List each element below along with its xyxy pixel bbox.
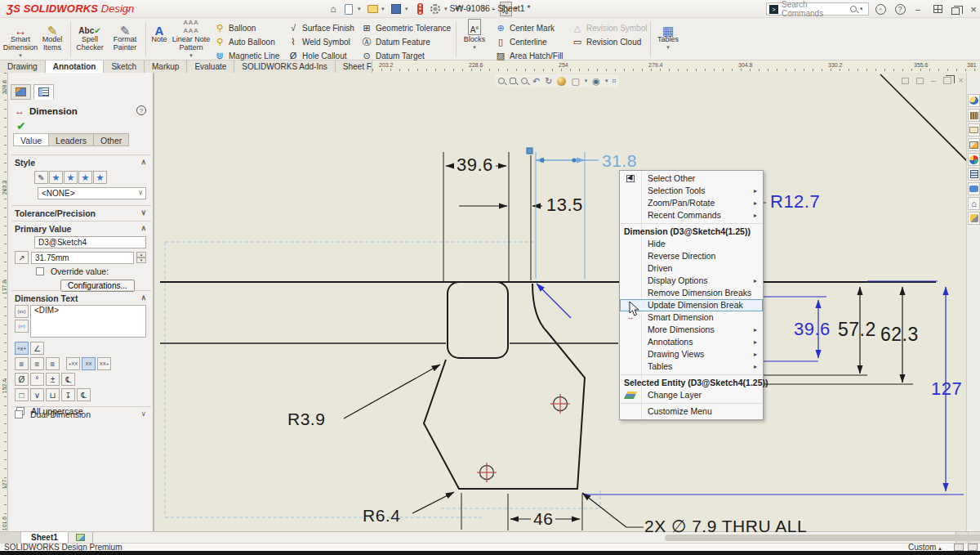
note-button[interactable]: A Note: [147, 19, 172, 60]
help-button[interactable]: ?: [893, 2, 906, 16]
spin-up-icon[interactable]: ▴: [136, 252, 146, 257]
tab-other[interactable]: Other: [94, 133, 129, 146]
view-palette-button[interactable]: [968, 138, 980, 151]
justify-center-button[interactable]: XX: [82, 357, 96, 370]
menu-item-drawing-views[interactable]: Drawing Views: [620, 348, 763, 360]
minimize-button[interactable]: –: [911, 2, 924, 16]
countersink-symbol-button[interactable]: ∨: [30, 388, 44, 401]
panel-help-button[interactable]: ?: [136, 105, 146, 115]
appearances-button[interactable]: [968, 153, 980, 166]
style-add-button[interactable]: ★: [49, 171, 63, 184]
style-save-button[interactable]: ★: [78, 171, 92, 184]
format-painter-button[interactable]: ✎ Format Painter: [108, 19, 142, 60]
menu-item-smart-dimension[interactable]: ↔Smart Dimension: [620, 311, 763, 324]
search-dropdown-icon[interactable]: ▾: [860, 6, 866, 12]
revision-cloud-button[interactable]: ▭Revision Cloud: [572, 35, 641, 48]
expand-icon[interactable]: ∨: [140, 208, 146, 218]
dim-v-small[interactable]: 39.6: [794, 320, 831, 338]
datum-feature-button[interactable]: ⒶDatum Feature: [361, 35, 430, 48]
hole-center-mark[interactable]: [550, 394, 570, 414]
scrollbar-thumb[interactable]: [665, 535, 980, 541]
dimension-text-input[interactable]: <DIM>: [30, 305, 146, 338]
leader-angle-button[interactable]: ∠: [30, 342, 44, 355]
geometric-tolerance-button[interactable]: ⊞Geometric Tolerance: [361, 21, 451, 34]
search-commands-box[interactable]: > Search Commands ▾: [766, 2, 869, 16]
design-library-button[interactable]: [968, 109, 980, 122]
dim-v-large[interactable]: 62.3: [880, 325, 919, 344]
align-left-button[interactable]: ≡: [15, 357, 29, 370]
horizontal-scrollbar[interactable]: [93, 532, 956, 543]
auto-balloon-button[interactable]: ⚲Auto Balloon: [214, 35, 275, 48]
sheet-scroll-buttons[interactable]: [0, 532, 21, 543]
diameter-symbol-button[interactable]: Ø: [15, 373, 29, 386]
centerline-button[interactable]: ▯Centerline: [495, 35, 547, 48]
square-symbol-button[interactable]: □: [15, 388, 29, 401]
dim-offset[interactable]: 13.5: [546, 196, 583, 214]
smart-dimension-dropdown-icon[interactable]: ▾: [19, 51, 22, 60]
align-center-button[interactable]: ≡: [30, 357, 44, 370]
menu-item-update-dimension-break[interactable]: Update Dimension Break: [620, 299, 763, 311]
menu-item-select-other[interactable]: Select Other: [620, 172, 763, 185]
tables-button[interactable]: ▦ Tables ▾: [653, 19, 683, 60]
expand-icon[interactable]: ∨: [140, 410, 146, 419]
logo-flyout-icon[interactable]: ▸: [121, 3, 134, 16]
text-position-button[interactable]: +x+: [15, 342, 29, 355]
style-load-button[interactable]: ★: [93, 171, 107, 184]
tab-evaluate[interactable]: Evaluate: [187, 60, 234, 73]
custom-properties-button[interactable]: [968, 168, 980, 181]
menu-item-hide[interactable]: Hide: [620, 238, 763, 250]
3dexperience-button[interactable]: [968, 212, 980, 225]
tab-drawing[interactable]: Drawing: [0, 60, 46, 73]
menu-item-driven[interactable]: Driven: [620, 262, 763, 275]
menu-item-zoom-pan-rotate[interactable]: Zoom/Pan/Rotate: [620, 197, 763, 209]
home-pane-button[interactable]: ⌂: [968, 197, 980, 210]
collapse-icon[interactable]: ∧: [140, 224, 146, 234]
counterbore-symbol-button[interactable]: ⊔: [46, 388, 60, 401]
solidworks-resources-button[interactable]: [968, 94, 980, 107]
justify-left-button[interactable]: +XX: [66, 357, 80, 370]
style-dropdown[interactable]: <NONE>: [38, 187, 146, 199]
zoom-to-area-icon[interactable]: [510, 78, 516, 84]
dim-v-total[interactable]: 127: [931, 380, 962, 398]
sheet1-tab[interactable]: Sheet1: [21, 532, 69, 543]
restore-button[interactable]: [949, 4, 962, 17]
collapse-icon[interactable]: ∧: [140, 158, 146, 168]
dim-bottom-width[interactable]: 46: [531, 510, 555, 527]
close-button[interactable]: ×: [967, 2, 980, 16]
centerline-symbol-button[interactable]: ℄: [61, 373, 75, 386]
model-items-button[interactable]: ✎ Model Items: [38, 19, 67, 60]
add-sheet-tab[interactable]: [69, 532, 93, 543]
menu-item-remove-dimension-breaks[interactable]: Remove Dimension Breaks: [620, 287, 763, 299]
window-layout-button[interactable]: [931, 2, 944, 16]
property-manager-tab[interactable]: [33, 84, 54, 100]
feature-manager-tab[interactable]: [11, 84, 31, 100]
ok-button[interactable]: ✔: [16, 119, 26, 132]
search-input[interactable]: Search Commands: [782, 0, 847, 18]
hide-show-items-icon[interactable]: ◉: [592, 76, 600, 87]
hole-center-mark[interactable]: [477, 463, 497, 482]
align-right-button[interactable]: ≡: [46, 357, 60, 370]
view-settings-button[interactable]: [612, 79, 616, 83]
dim-top-width[interactable]: 39.6: [454, 156, 496, 174]
tab-markup[interactable]: Markup: [145, 60, 187, 73]
dimension-handle[interactable]: [572, 158, 576, 162]
linear-note-dropdown-icon[interactable]: ▾: [189, 51, 193, 60]
smart-dimension-button[interactable]: ↔ Smart Dimension ▾: [2, 19, 39, 60]
zoom-in-out-icon[interactable]: [521, 78, 528, 84]
center-dimension-button[interactable]: (∞): [15, 320, 29, 333]
search-icon[interactable]: [850, 6, 857, 12]
dual-dimension-checkbox[interactable]: [15, 410, 23, 418]
degree-symbol-button[interactable]: °: [30, 373, 44, 386]
dimension-handle[interactable]: [540, 158, 544, 162]
eye-icon[interactable]: [954, 544, 964, 551]
dimension-value-field[interactable]: 31.75mm: [31, 252, 134, 264]
menu-item-recent-commands[interactable]: Recent Commands: [620, 209, 763, 222]
value-spinner[interactable]: ▴▾: [136, 252, 146, 263]
rotate-view-icon[interactable]: ↻: [545, 76, 552, 87]
menu-item-more-dimensions[interactable]: More Dimensions: [620, 324, 763, 336]
dim-v-mid[interactable]: 57.2: [838, 320, 876, 339]
depth-symbol-button[interactable]: ↧: [61, 388, 75, 401]
modify-value-button[interactable]: ↗: [15, 251, 29, 264]
menu-item-change-layer[interactable]: Change Layer: [620, 389, 763, 401]
collapse-icon[interactable]: ∧: [140, 293, 146, 303]
